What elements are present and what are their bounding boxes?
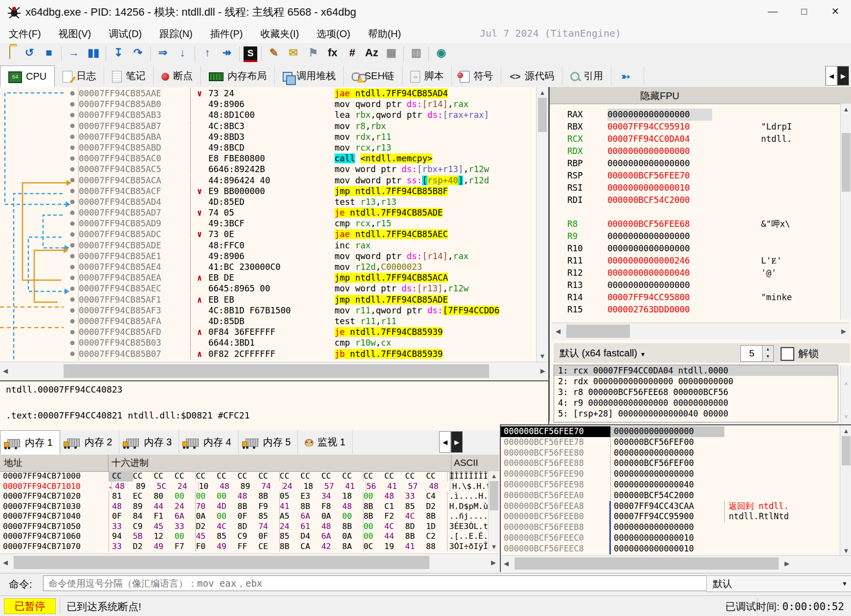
animate-into-icon[interactable]: ⇒ — [155, 45, 171, 62]
stack-row[interactable]: 000000BCF56FEEA0000000BCF54C2000 — [501, 490, 839, 501]
step-into-icon[interactable]: ↧ — [110, 45, 127, 62]
tab-goto[interactable]: ➳ — [611, 66, 644, 86]
s-logo-icon[interactable]: S — [244, 46, 257, 62]
tab-scroll-right-button[interactable]: ▶ — [837, 66, 849, 86]
command-input[interactable] — [43, 575, 707, 591]
argument-count-spinner[interactable]: 5 — [740, 345, 763, 362]
disassembly-row[interactable]: 00007FF94CB85AC0E8 FBE80800call <ntdll.m… — [79, 153, 536, 164]
disassembly-row[interactable]: 00007FF94CB85AE149:8906mov qword ptr ds:… — [79, 251, 536, 262]
stack-row[interactable]: 000000BCF56FEE800000000000000000 — [501, 448, 839, 459]
dump-row[interactable]: 00007FF94CB710400F84F16A0A000F85A56A0A00… — [0, 511, 489, 522]
disassembly-row[interactable]: 00007FF94CB85AD949:3BCFcmp rcx,r15 — [79, 218, 536, 229]
stack-row[interactable]: 000000BCF56FEE900000000000000000 — [501, 469, 839, 480]
argument-row[interactable]: 4: r9 0000000000000000 00000000000 — [554, 397, 838, 408]
menu-item-h[interactable]: 帮助(H) — [359, 23, 410, 44]
tab-SEH链[interactable]: SEH链 — [344, 66, 403, 86]
disassembly-row[interactable]: 00007FF94CB85B07∧0F82 2CFFFFFFjb ntdll.7… — [79, 349, 536, 359]
disassembly-row[interactable]: 00007FF94CB85ADE48:FFC0inc rax — [79, 240, 536, 251]
minimize-button[interactable]: — — [757, 0, 788, 22]
register-row[interactable]: R15000002763DDD0000 — [550, 304, 838, 316]
pause-icon[interactable]: ▮▮ — [85, 45, 102, 62]
menu-item-f[interactable]: 文件(F) — [0, 23, 50, 44]
dump-horizontal-scrollbar[interactable]: ◀ ▶ — [0, 553, 499, 572]
menu-item-i[interactable]: 收藏夹(I) — [251, 23, 308, 44]
disassembly-row[interactable]: 00007FF94CB85AF1∧EB EBjmp ntdll.7FF94CB8… — [79, 294, 536, 305]
calling-convention-select[interactable]: 默认 (x64 fastcall) — [560, 348, 637, 358]
disassembly-row[interactable]: 00007FF94CB85AB348:8D1C00lea rbx,qword p… — [79, 110, 536, 120]
dump-tab-监视 1[interactable]: 监视 1 — [298, 430, 353, 454]
disassembly-vertical-scrollbar[interactable]: ▲ ▼ — [536, 87, 548, 362]
register-row[interactable]: RBX00007FF94CC95910"LdrpI — [550, 121, 838, 133]
disassembly-row[interactable]: 00007FF94CB85AD44D:85EDtest r13,r13 — [79, 197, 536, 207]
tab-scroll-left-button[interactable]: ◀ — [826, 66, 837, 86]
bookmark-icon[interactable]: ⚑ — [305, 45, 321, 62]
unlock-checkbox[interactable] — [781, 347, 794, 361]
argument-row[interactable]: 2: rdx 0000000000000000 00000000000 — [554, 376, 838, 387]
stack-row[interactable]: 000000BCF56FEE700000000000000000 — [501, 426, 839, 437]
register-row[interactable]: R1400007FF94CC95800"minke — [550, 291, 838, 304]
disassembly-row[interactable]: 00007FF94CB85ABD49:8BCDmov rcx,r13 — [79, 142, 536, 153]
disassembly-row[interactable]: 00007FF94CB85ADC∨73 0Ejae ntdll.7FF94CB8… — [79, 229, 536, 240]
restart-icon[interactable]: ↺ — [21, 45, 38, 62]
tab-源代码[interactable]: <>源代码 — [501, 66, 562, 86]
dump-row[interactable]: 00007FF94CB7103048894424704D8BF9418BF848… — [0, 502, 489, 512]
menu-item-d[interactable]: 调试(D) — [100, 23, 151, 44]
argument-row[interactable]: 1: rcx 00007FF94CC0DA04 ntdll.0000 — [554, 365, 838, 376]
dump-tab-内存 2[interactable]: 内存 2 — [60, 430, 120, 454]
dump-vertical-scrollbar[interactable]: ▲ ▼ — [488, 471, 499, 551]
tab-CPU[interactable]: 64CPU — [0, 66, 55, 87]
stack-row[interactable]: 000000BCF56FEE78000000BCF56FEF00 — [501, 437, 839, 448]
tab-脚本[interactable]: ‹›脚本 — [403, 66, 452, 86]
disassembly-row[interactable]: 00007FF94CB85ACA44:896424 40mov dword pt… — [79, 175, 536, 186]
tab-内存布局[interactable]: 内存布局 — [201, 66, 275, 86]
stack-row[interactable]: 000000BCF56FEEA800007FF94CC43CAA返回到 ntdl… — [501, 501, 839, 512]
register-row[interactable]: R8000000BCF56FEE68&"呷x\ — [550, 218, 838, 230]
tab-断点[interactable]: 断点 — [154, 66, 201, 86]
dump-row[interactable]: 00007FF94CB7107033D249F7F049FFCE8BCA428A… — [0, 542, 489, 552]
register-row[interactable]: RBP0000000000000000 — [550, 157, 838, 170]
disassembly-row[interactable]: 00007FF94CB85AFD∧0F84 36FEFFFFje ntdll.7… — [79, 327, 536, 337]
disassembly-row[interactable]: 00007FF94CB85AF34C:8B1D F67B1500mov r11,… — [79, 305, 536, 316]
stack-row[interactable]: 000000BCF56FEE88000000BCF56FEF00 — [501, 458, 839, 469]
register-row[interactable]: RAX0000000000000000 — [550, 109, 838, 121]
stack-row[interactable]: 000000BCF56FEEC00000000000000010 — [501, 533, 839, 544]
tab-符号[interactable]: 符号 — [452, 66, 501, 86]
disassembly-row[interactable]: 00007FF94CB85AFA4D:85DBtest r11,r11 — [79, 316, 536, 327]
tab-引用[interactable]: 引用 — [562, 66, 611, 86]
register-row[interactable]: R130000000000000000 — [550, 279, 838, 291]
disassembly-row[interactable]: 00007FF94CB85AC56646:89242Bmov word ptr … — [79, 164, 536, 175]
memory-map-icon[interactable]: ▦ — [383, 45, 400, 62]
tab-调用堆栈[interactable]: 调用堆栈 — [275, 66, 344, 86]
menu-item-v[interactable]: 视图(V) — [50, 23, 100, 44]
disassembly-row[interactable]: 00007FF94CB85AD7∨74 05je ntdll.7FF94CB85… — [79, 207, 536, 218]
execute-till-return-icon[interactable]: ↑ — [199, 45, 216, 62]
registers-horizontal-scrollbar[interactable]: ◀ ▶ — [552, 323, 850, 340]
disassembly-row[interactable]: 00007FF94CB85ABA49:8BD3mov rdx,r11 — [79, 132, 536, 142]
dump-row[interactable]: 00007FF94CB71010◂48895C24104889742418574… — [0, 482, 489, 492]
register-row[interactable]: R110000000000000246L'Ɇ' — [550, 255, 838, 267]
dump-row[interactable]: 00007FF94CB71000CCCCCCCCCCCCCCCCCCCCCCCC… — [0, 471, 489, 482]
dump-row[interactable]: 00007FF94CB71060945B12004585C90F85D46A0A… — [0, 531, 489, 542]
run-icon[interactable]: → — [66, 45, 82, 62]
open-file-icon[interactable] — [1, 45, 18, 62]
az-icon[interactable]: Az — [363, 45, 380, 62]
comment-icon[interactable]: ✉ — [285, 45, 302, 62]
disassembly-row[interactable]: 00007FF94CB85B036644:3BD1cmp r10w,cx — [79, 337, 536, 348]
tab-日志[interactable]: 日志 — [55, 66, 104, 86]
dump-tab-内存 4[interactable]: 内存 4 — [179, 430, 239, 454]
stack-row[interactable]: 000000BCF56FEEB000007FF94CC95900ntdll.Rt… — [501, 511, 839, 522]
disassembly-row[interactable]: 00007FF94CB85AEA∧EB DEjmp ntdll.7FF94CB8… — [79, 272, 536, 283]
menu-item-n[interactable]: 跟踪(N) — [151, 23, 202, 44]
dump-tab-内存 5[interactable]: 内存 5 — [239, 430, 298, 454]
tab-笔记[interactable]: 笔记 — [104, 66, 154, 86]
internet-icon[interactable]: ◉ — [433, 45, 449, 62]
dump-tab-scroll-left-button[interactable]: ◀ — [439, 431, 451, 453]
function-icon[interactable]: fx — [324, 45, 341, 62]
register-row[interactable]: RSI0000000000000010 — [550, 182, 838, 194]
argument-count-spin-buttons[interactable]: ▲▼ — [762, 345, 774, 362]
stack-row[interactable]: 000000BCF56FEE980000000000000040 — [501, 480, 839, 490]
dump-tab-内存 1[interactable]: 内存 1 — [0, 430, 60, 455]
maximize-button[interactable]: □ — [788, 0, 820, 22]
stack-horizontal-scrollbar[interactable]: ◀ ▶ — [501, 555, 851, 572]
argument-row[interactable]: 3: r8 000000BCF56FEE68 000000BCF56 — [554, 387, 838, 397]
